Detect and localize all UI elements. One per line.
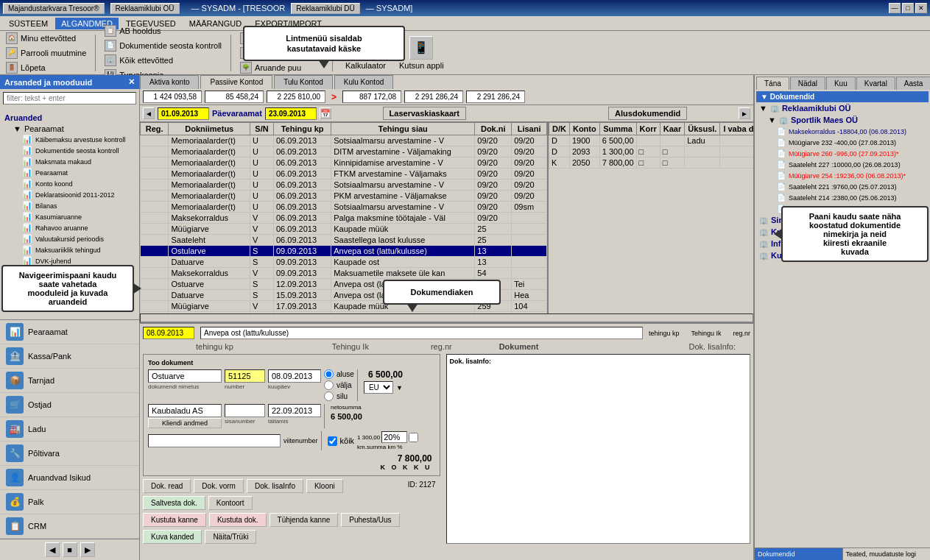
tree-bilanas[interactable]: 📊 Bilanas	[1, 200, 138, 211]
nav-ostjad[interactable]: 🛒 Ostjad	[0, 393, 139, 417]
tühjenda-kanne-button[interactable]: Tühjenda kanne	[270, 513, 339, 527]
tree-deklaratsioonid[interactable]: 📊 Deklaratsioonid 2011-2012	[1, 189, 138, 200]
rpanel-tab-kvartal[interactable]: Kvartal	[856, 77, 895, 90]
klooni-button[interactable]: Klooni	[306, 479, 343, 493]
percent-input[interactable]	[381, 431, 407, 443]
puhesta-button[interactable]: Puhesta/Uus	[341, 513, 399, 527]
toolbar-parrooli[interactable]: 🔑 Parrooli muutmine	[6, 47, 86, 59]
table-row[interactable]: MüügiarveV06.09.2013Kaupade müük25	[141, 224, 547, 235]
sidebar-expand[interactable]: ■	[63, 542, 77, 557]
täitamis-input[interactable]	[268, 404, 321, 417]
naita-truki-button[interactable]: Näita/Trüki	[205, 530, 256, 544]
dok-lisainfo-button[interactable]: Dok. lisaInfo	[247, 479, 303, 493]
radio-silu-input[interactable]	[324, 391, 334, 401]
table-row[interactable]: OstularveS09.09.2013Anvepa ost (lattu/ku…	[141, 246, 547, 257]
nav-pearaamat[interactable]: 📊 Pearaamat	[0, 320, 139, 344]
table-row[interactable]: Memoriaalarder(t)U06.09.2013DITM arvesta…	[141, 146, 547, 157]
nav-next-button[interactable]: ►	[739, 107, 750, 119]
nav-ladu[interactable]: 🏭 Ladu	[0, 417, 139, 442]
radio-aluse-input[interactable]	[324, 369, 334, 379]
tab-passiive[interactable]: Passiive Kontod	[200, 75, 272, 89]
minimize-button[interactable]: —	[889, 3, 901, 13]
sidebar-search-input[interactable]	[3, 92, 136, 104]
tree-kaibemarksu[interactable]: 📊 Käibemaksu arvestuse kontroll	[1, 134, 138, 145]
bottom-desc-input[interactable]	[200, 327, 643, 339]
toolbar-minu-ettevotted[interactable]: 🏠 Minu ettevõtted	[6, 32, 86, 44]
maximize-button[interactable]: □	[902, 3, 914, 13]
dok-vorm-button[interactable]: Dok. vorm	[194, 479, 244, 493]
tree-pearaamat[interactable]: 📊 Pearaamat	[1, 167, 138, 178]
km-checkbox[interactable]	[409, 433, 418, 442]
tree-valuutakursid[interactable]: 📊 Valuutakursid perioodis	[1, 233, 138, 244]
sidebar-arrow-left[interactable]: ◀	[45, 542, 60, 557]
table-row[interactable]: Memoriaalarder(t)U06.09.2013Sotsiaalmars…	[141, 202, 547, 213]
saltvesta-button[interactable]: Saltvesta dok.	[143, 496, 205, 510]
kustuta-kanne-button[interactable]: Kustuta kanne	[143, 513, 206, 527]
date-from-input[interactable]	[158, 107, 209, 120]
doc-company-sportlik[interactable]: ▼ 🏢 Sportlik Maes OÜ	[756, 114, 929, 126]
date-to-input[interactable]	[265, 107, 317, 120]
bottom-date-input[interactable]	[143, 327, 194, 339]
doc-item-4[interactable]: 📄 Saateleht 227 :10000,00 (26.08.2013)	[756, 159, 929, 170]
nav-põltivara[interactable]: 🔧 Põltivara	[0, 442, 139, 466]
doc-item-2[interactable]: 📄 Müügiarve 232 -400,00 (27.08.2013)	[756, 137, 929, 148]
rpanel-bottom-tab-teated[interactable]: Teated, muudatuste logi	[843, 548, 931, 560]
tree-rahavoo[interactable]: 📊 Rahavoo aruanne	[1, 222, 138, 233]
doc-number-input[interactable]	[225, 369, 265, 383]
calendar-icon[interactable]: 📅	[320, 107, 331, 119]
table-row[interactable]: Memoriaalarder(t)U06.09.2013Kinnipidamis…	[141, 157, 547, 169]
sisanumber-input[interactable]	[225, 404, 265, 417]
nav-kassa[interactable]: 🏦 Kassa/Pank	[0, 344, 139, 369]
sidebar-header-controls[interactable]: ✕	[128, 77, 135, 87]
kontoort-button[interactable]: Kontoort	[208, 496, 253, 510]
nav-prev-button[interactable]: ◄	[143, 107, 155, 119]
toolbar-aruande[interactable]: 🌳 Aruande puu	[240, 62, 323, 74]
table-row[interactable]: Memoriaalarder(t)U06.09.2013Sotsiaalmars…	[141, 180, 547, 191]
doc-company-reklaam[interactable]: ▼ 🏢 Reklaamiklubi OÜ	[756, 102, 929, 114]
partner-input[interactable]	[148, 404, 222, 417]
table-row[interactable]: DatuarveS09.09.2013Kaupade ost13	[141, 257, 547, 268]
kõik-checkbox[interactable]	[328, 436, 337, 446]
table-row[interactable]: SaatelehtV06.09.2013Saastellega laost ku…	[141, 235, 547, 246]
table-row[interactable]: Memoriaalarder(t)U06.09.2013PKM arvestam…	[141, 191, 547, 202]
tree-konto[interactable]: 📊 Konto koond	[1, 178, 138, 189]
tree-maksuariiklik[interactable]: 📊 Maksuariiklik tehingud	[1, 244, 138, 255]
table-row[interactable]: Memoriaalarder(t)U06.09.2013FTKM arvesta…	[141, 169, 547, 180]
tree-pearaamat-root[interactable]: ▼ Pearaamat	[1, 124, 138, 134]
toolbar-koik[interactable]: 🏢 Kõik ettevõtted	[105, 54, 222, 66]
rpanel-tab-tana[interactable]: Tána	[756, 77, 789, 90]
doc-item-6[interactable]: 📄 Saateleht 221 :9760,00 (25.07.2013)	[756, 181, 929, 192]
doc-item-1[interactable]: 📄 Maksekorraldus -18804,00 (06.08.2013)	[756, 126, 929, 137]
close-button[interactable]: ✕	[915, 3, 927, 13]
nav-tarnjad[interactable]: 📦 Tarnjad	[0, 369, 139, 393]
tree-maksmata[interactable]: 📊 Maksmata makaud	[1, 156, 138, 167]
doc-item-7[interactable]: 📄 Saateleht 214 :2380,00 (25.06.2013)	[756, 192, 929, 203]
table-row[interactable]: MaksekorraldusV09.09.2013Maksuametile ma…	[141, 268, 547, 279]
doc-date-input[interactable]	[268, 369, 321, 383]
nav-crm[interactable]: 📋 CRM	[0, 514, 139, 539]
kõik-checkbox-item[interactable]: kõik	[328, 436, 355, 446]
horizontal-scrollbar[interactable]	[140, 313, 753, 322]
table-row[interactable]: K20507 800,00□□	[549, 157, 754, 169]
table-row[interactable]: D20931 300,00□□	[549, 146, 754, 157]
nav-palk[interactable]: 💰 Palk	[0, 490, 139, 514]
kliendi-andmed-button[interactable]: Kliendi andmed	[148, 418, 222, 428]
tab-kulu[interactable]: Kulu Kontod	[334, 75, 394, 89]
tree-kasumiaruanne[interactable]: 📊 Kasumiaruanne	[1, 211, 138, 222]
radio-silu[interactable]: silu	[324, 391, 354, 401]
rpanel-tab-kuu[interactable]: Kuu	[826, 77, 856, 90]
table-row[interactable]: Memoriaalarder(t)U06.09.2013Sotsiaalmars…	[141, 135, 547, 146]
tree-dok-seosta[interactable]: 📊 Dokumentide seosta kontroll	[1, 145, 138, 156]
toolbar-lopeta[interactable]: 🚪 Lõpeta	[6, 62, 86, 74]
kustuta-dok-button[interactable]: Kustuta dok.	[209, 513, 267, 527]
tab-tulu[interactable]: Tulu Kontod	[274, 75, 333, 89]
toolbar-dok-seosta[interactable]: 📄 Dokumentide seosta kontroll	[105, 40, 222, 52]
nav-aruandvad[interactable]: 👤 Aruandvad Isikud	[0, 466, 139, 490]
table-row[interactable]: MaksekorraldusV06.09.2013Palga maksmine …	[141, 213, 547, 224]
dok-read-button[interactable]: Dok. read	[143, 479, 191, 493]
radio-välja[interactable]: välja	[324, 380, 354, 390]
doc-item-5[interactable]: 📄 Müügiarve 254 :19236,00 (06.08.2013)*	[756, 170, 929, 181]
rpanel-tab-nadal[interactable]: Nädal	[790, 77, 825, 90]
kuva-kanded-button[interactable]: Kuva kanded	[143, 530, 202, 544]
viitenumber-input[interactable]	[148, 434, 281, 447]
